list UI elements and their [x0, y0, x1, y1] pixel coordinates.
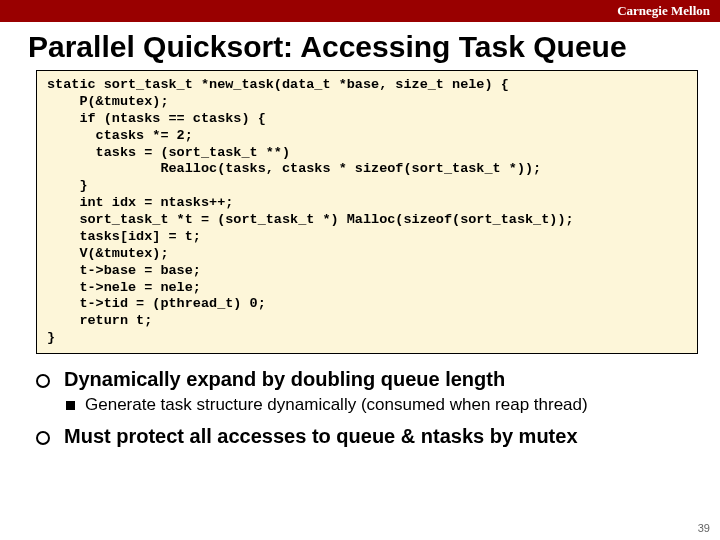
- bullet-list: Dynamically expand by doubling queue len…: [36, 368, 698, 448]
- bullet-circle-icon: [36, 374, 50, 388]
- page-number: 39: [698, 522, 710, 534]
- sub-bullet-text: Generate task structure dynamically (con…: [85, 395, 588, 415]
- bullet-text: Must protect all accesses to queue & nta…: [64, 425, 578, 448]
- bullet-circle-icon: [36, 431, 50, 445]
- bullet-square-icon: [66, 401, 75, 410]
- sub-bullet-item: Generate task structure dynamically (con…: [36, 395, 698, 415]
- brand-text: Carnegie Mellon: [617, 3, 710, 19]
- bullet-item: Dynamically expand by doubling queue len…: [36, 368, 698, 391]
- code-block: static sort_task_t *new_task(data_t *bas…: [36, 70, 698, 354]
- bullet-text: Dynamically expand by doubling queue len…: [64, 368, 505, 391]
- bullet-item: Must protect all accesses to queue & nta…: [36, 425, 698, 448]
- header-bar: Carnegie Mellon: [0, 0, 720, 22]
- slide-title: Parallel Quicksort: Accessing Task Queue: [28, 30, 720, 64]
